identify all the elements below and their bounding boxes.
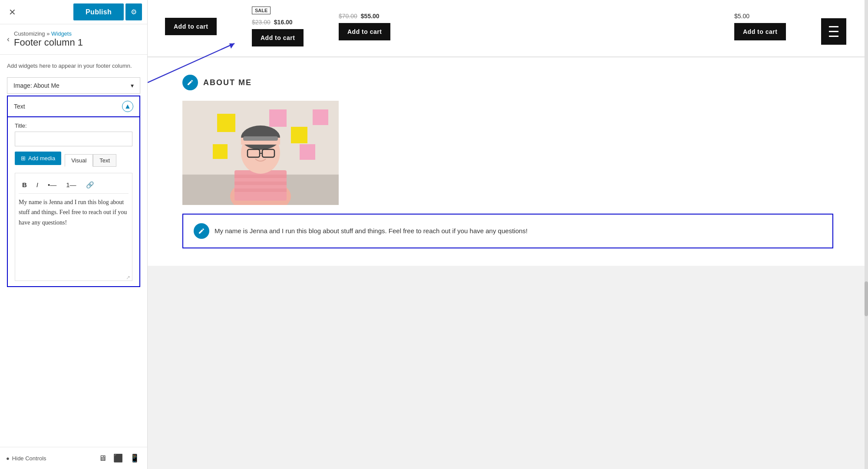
tab-visual[interactable]: Visual [65,154,93,167]
link-button[interactable]: 🔗 [83,179,98,191]
breadcrumb-text: Customizing » Widgets Footer column 1 [14,30,83,48]
editor-toolbar: B I •— 1— 🔗 [19,177,129,194]
scrollbar[interactable] [865,0,868,469]
svg-rect-11 [234,175,287,178]
tab-text[interactable]: Text [93,154,116,167]
breadcrumb-top: Customizing » Widgets [14,30,83,37]
settings-button[interactable]: ⚙ [125,3,142,20]
product-item-2: SALE $23.00 $16.00 Add to cart [243,0,330,56]
menu-icon [829,25,838,38]
add-to-cart-button-2[interactable]: Add to cart [252,29,304,46]
editor-tabs: Visual Text [65,154,116,167]
text-widget-label: Text [14,103,25,110]
media-row: ⊞ Add media Visual Text [15,152,132,169]
price-row-2: SALE [252,7,271,14]
preview-pencil-icon [198,228,205,234]
bottom-bar: ● Hide Controls 🖥 ⬛ 📱 [0,447,147,469]
add-to-cart-button-4[interactable]: Add to cart [734,23,786,40]
ordered-list-button[interactable]: 1— [63,179,79,191]
add-media-label: Add media [28,155,55,162]
product-item-3: $70.00 $55.00 Add to cart [330,6,417,50]
text-widget-item[interactable]: Text ▲ [7,96,140,117]
editor-textarea[interactable]: My name is Jenna and I run this blog abo… [19,197,129,275]
svg-rect-6 [313,109,328,125]
about-section: ABOUT ME [148,57,868,266]
title-input[interactable] [15,132,132,146]
about-edit-icon[interactable] [182,75,198,90]
svg-rect-12 [234,182,287,185]
about-content [182,101,833,205]
product-item-1: Add to cart [156,11,243,45]
panel-description: Add widgets here to appear in your foote… [0,55,147,74]
svg-rect-3 [217,114,235,132]
add-media-button[interactable]: ⊞ Add media [15,152,61,165]
breadcrumb-separator: » [45,30,51,37]
scrollbar-thumb[interactable] [865,281,868,316]
svg-rect-5 [291,127,307,143]
breadcrumb-title: Footer column 1 [14,37,83,48]
price-new-2: $16.00 [274,19,293,26]
desktop-device-button[interactable]: 🖥 [97,452,108,465]
breadcrumb-section: ‹ Customizing » Widgets Footer column 1 [0,24,147,55]
publish-group: Publish ⚙ [73,3,142,20]
widget-list: Image: About Me ▾ Text ▲ Title: ⊞ Add me… [0,74,147,294]
price-single-4: $5.00 [734,13,749,20]
add-to-cart-button-1[interactable]: Add to cart [165,18,217,35]
top-bar: ✕ Publish ⚙ [0,0,147,24]
sale-badge-2: SALE [252,7,271,14]
tablet-device-button[interactable]: ⬛ [112,452,125,465]
product-item-4: $5.00 Add to cart [726,6,812,50]
preview-text: My name is Jenna and I run this blog abo… [215,226,528,236]
pencil-icon [187,79,194,86]
svg-rect-18 [243,136,278,141]
resize-handle[interactable]: ↗ [126,274,131,280]
add-media-icon: ⊞ [21,155,26,162]
text-widget-preview: My name is Jenna and I run this blog abo… [182,214,833,248]
price-old-row-2: $23.00 $16.00 [252,19,293,26]
about-title: ABOUT ME [203,78,252,87]
back-button[interactable]: ‹ [7,35,10,44]
breadcrumb-customizing[interactable]: Customizing [14,30,45,37]
image-widget-dropdown-icon: ▾ [131,82,134,89]
svg-rect-8 [300,144,315,160]
price-old-2: $23.00 [252,19,271,26]
products-bar: Add to cart SALE $23.00 $16.00 Add to ca… [148,0,868,57]
preview-edit-icon[interactable] [194,223,209,239]
price-new-3: $55.00 [361,13,380,20]
image-widget-label: Image: About Me [13,82,59,89]
hide-controls-label: Hide Controls [12,455,46,462]
menu-button[interactable] [821,18,846,45]
unordered-list-button[interactable]: •— [44,179,60,191]
add-to-cart-button-3[interactable]: Add to cart [339,23,390,40]
image-widget-item[interactable]: Image: About Me ▾ [7,77,140,94]
price-row-3: $70.00 $55.00 [339,13,380,20]
about-image-svg [182,101,339,205]
hide-controls-icon: ● [6,455,10,462]
breadcrumb-widgets-link[interactable]: Widgets [51,30,72,37]
about-image [182,101,339,205]
mobile-device-button[interactable]: 📱 [128,452,141,465]
editor-wrapper: B I •— 1— 🔗 My name is Jenna and I run t… [15,173,132,281]
text-widget-content: Title: ⊞ Add media Visual Text B I •— 1— [7,117,140,287]
svg-rect-7 [213,144,228,159]
italic-button[interactable]: I [33,179,42,191]
hide-controls-button[interactable]: ● Hide Controls [6,455,46,462]
about-title-row: ABOUT ME [182,75,833,90]
main-preview: Add to cart SALE $23.00 $16.00 Add to ca… [148,0,868,469]
left-panel: ✕ Publish ⚙ ‹ Customizing » Widgets Foot… [0,0,148,469]
text-widget-collapse-button[interactable]: ▲ [122,101,133,112]
bold-button[interactable]: B [19,179,30,191]
device-buttons: 🖥 ⬛ 📱 [97,452,141,465]
close-button[interactable]: ✕ [5,5,20,19]
price-old-3: $70.00 [339,13,357,20]
publish-button[interactable]: Publish [73,3,124,20]
title-field-label: Title: [15,122,132,129]
menu-product-item [812,5,859,51]
svg-rect-4 [269,109,287,127]
svg-rect-13 [234,188,287,192]
